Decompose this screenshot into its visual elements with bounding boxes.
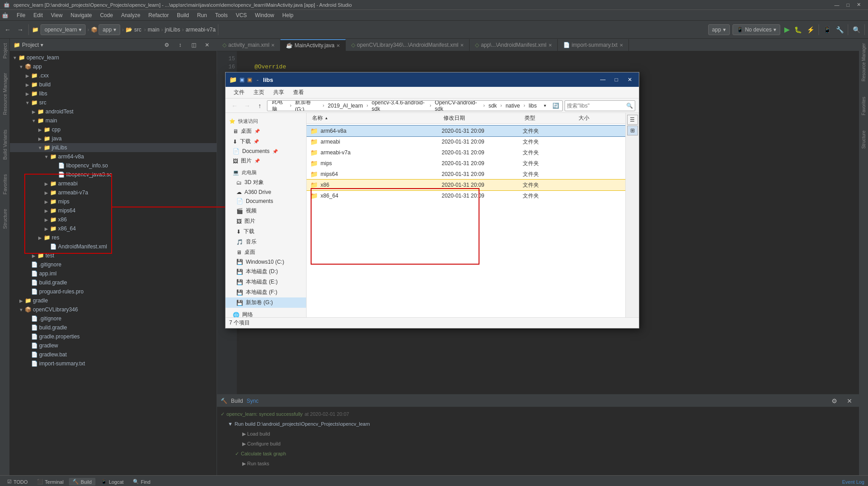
fe-sidebar-desktop2[interactable]: 🖥 桌面 <box>226 247 306 257</box>
structure-vert-tab[interactable]: Structure <box>1 206 9 232</box>
build-close-icon[interactable]: ✕ <box>844 395 855 407</box>
avd-button[interactable]: 📱 <box>821 24 833 36</box>
sync-label[interactable]: Sync <box>247 398 259 404</box>
fe-sidebar-desktop[interactable]: 🖥 桌面 📌 <box>226 126 306 136</box>
tree-libinfo[interactable]: 📄 libopencv_info.so <box>10 161 217 170</box>
menu-navigate[interactable]: Navigate <box>67 11 95 19</box>
fe-search-icon[interactable]: 🔍 <box>626 103 633 109</box>
tree-gradle-props[interactable]: 📄 gradle.properties <box>10 332 217 341</box>
close-panel-icon[interactable]: ✕ <box>201 39 213 51</box>
tree-armeabi[interactable]: ▶ 📁 armeabi <box>10 179 217 188</box>
sdk-button[interactable]: 🔧 <box>834 24 845 36</box>
path-sdk[interactable]: sdk <box>486 102 500 110</box>
tree-src[interactable]: ▼ 📁 src <box>10 98 217 107</box>
build-variants-vert-tab[interactable]: Build Variants <box>1 127 9 162</box>
fe-col-size[interactable]: 大小 <box>577 114 622 122</box>
tree-manifest[interactable]: 📄 AndroidManifest.xml <box>10 242 217 251</box>
build-settings-icon[interactable]: ⚙ <box>828 395 840 407</box>
tree-arm64[interactable]: ▼ 📁 arm64-v8a <box>10 152 217 161</box>
tree-mips64[interactable]: ▶ 📁 mips64 <box>10 206 217 215</box>
resource-vert-tab[interactable]: Resource Manager <box>1 70 9 118</box>
debug-button[interactable]: 🐛 <box>792 24 804 36</box>
fe-sidebar-localf[interactable]: 💾 本地磁盘 (F:) <box>226 287 306 297</box>
fe-file-row-mips[interactable]: 📁 mips 2020-01-31 20:09 文件夹 <box>307 158 625 169</box>
fe-menu-home[interactable]: 主页 <box>249 88 269 97</box>
fe-up-btn[interactable]: ↑ <box>254 101 265 111</box>
menu-run[interactable]: Run <box>194 11 211 19</box>
fe-col-name[interactable]: 名称 ▲ <box>310 114 442 122</box>
tree-gradlew-bat[interactable]: 📄 gradlew.bat <box>10 350 217 359</box>
path-g-drive[interactable]: 新加卷 (G:) <box>292 100 321 111</box>
close-btn[interactable]: ✕ <box>853 2 864 8</box>
path-native[interactable]: native <box>503 102 523 110</box>
project-dropdown[interactable]: opencv_learn ▾ <box>41 24 86 35</box>
tree-jnilibs[interactable]: ▼ 📁 jniLibs <box>10 143 217 152</box>
menu-build[interactable]: Build <box>173 11 193 19</box>
tree-build[interactable]: ▶ 📁 build <box>10 80 217 89</box>
fe-sidebar-thispc[interactable]: 💻 此电脑 <box>226 168 306 177</box>
path-ai-learn[interactable]: 2019_AI_learn <box>325 102 366 110</box>
todo-tab[interactable]: ☑ TODO <box>4 478 32 486</box>
fe-sidebar-3d[interactable]: 🗂 3D 对象 <box>226 177 306 188</box>
settings-icon[interactable]: ⚙ <box>161 39 172 51</box>
fe-maximize-btn[interactable]: □ <box>611 75 622 84</box>
fe-menu-file[interactable]: 文件 <box>229 88 249 97</box>
tree-import-summary[interactable]: 📄 import-summary.txt <box>10 359 217 368</box>
fe-sidebar-newg[interactable]: 💾 新加卷 (G:) <box>226 297 306 308</box>
tab-close-icon3[interactable]: ✕ <box>460 43 464 48</box>
find-tab[interactable]: 🔍 Find <box>129 478 154 486</box>
fe-sidebar-dl2[interactable]: ⬇ 下载 <box>226 226 306 237</box>
fe-sidebar-pics2[interactable]: 🖼 图片 <box>226 216 306 226</box>
fe-sidebar-winc[interactable]: 💾 Windows10 (C:) <box>226 257 306 266</box>
menu-analyze[interactable]: Analyze <box>118 11 144 19</box>
fe-sidebar-a360[interactable]: ☁ A360 Drive <box>226 188 306 197</box>
fe-sidebar-music[interactable]: 🎵 音乐 <box>226 237 306 247</box>
tree-build-gradle2[interactable]: 📄 build.gradle <box>10 323 217 332</box>
path-thispc[interactable]: 此电脑 <box>269 100 289 111</box>
maximize-btn[interactable]: □ <box>843 2 853 8</box>
tree-build-gradle[interactable]: 📄 build.gradle <box>10 278 217 287</box>
build-tab[interactable]: 🔨 Build <box>69 478 95 486</box>
fe-file-row-armeabi[interactable]: 📁 armeabi 2020-01-31 20:09 文件夹 <box>307 136 625 147</box>
fe-close-btn[interactable]: ✕ <box>624 75 635 84</box>
tree-opencv-lib[interactable]: ▼ 📦 openCVLibrary346 <box>10 305 217 314</box>
fe-sidebar-documents[interactable]: 📄 Documents 📌 <box>226 147 306 156</box>
event-log-link[interactable]: Event Log <box>842 479 864 485</box>
tab-activity-main[interactable]: ◇ activity_main.xml ✕ <box>217 39 280 51</box>
tab-mainactivity[interactable]: ☕ MainActivity.java ✕ <box>280 39 345 51</box>
fe-file-row-arm64[interactable]: 📁 arm64-v8a 2020-01-31 20:09 文件夹 <box>307 126 625 136</box>
profile-button[interactable]: ⚡ <box>805 24 816 36</box>
fe-sidebar-pictures[interactable]: 🖼 图片 📌 <box>226 156 306 166</box>
tab-opencv-manifest[interactable]: ◇ openCVLibrary346\...\AndroidManifest.x… <box>346 39 470 51</box>
tab-close-icon2[interactable]: ✕ <box>336 43 340 48</box>
fe-file-row-armeabi-v7a[interactable]: 📁 armeabi-v7a 2020-01-31 20:09 文件夹 <box>307 147 625 158</box>
sort-icon[interactable]: ↕ <box>174 39 186 51</box>
fe-file-row-x86-64[interactable]: 📁 x86_64 2020-01-31 20:09 文件夹 <box>307 190 625 201</box>
fe-file-row-mips64[interactable]: 📁 mips64 2020-01-31 20:09 文件夹 <box>307 169 625 180</box>
run-button[interactable]: ▶ <box>783 25 791 34</box>
device-dropdown[interactable]: 📱 No devices ▾ <box>732 24 780 35</box>
tree-gradlew[interactable]: 📄 gradlew <box>10 341 217 350</box>
module-dropdown[interactable]: app ▾ <box>99 24 120 35</box>
fe-sidebar-locale[interactable]: 💾 本地磁盘 (E:) <box>226 277 306 287</box>
menu-help[interactable]: Help <box>279 11 297 19</box>
tab-close-icon5[interactable]: ✕ <box>619 43 623 48</box>
fe-sidebar-docs2[interactable]: 📄 Documents <box>226 197 306 206</box>
tab-import-summary[interactable]: 📄 import-summary.txt ✕ <box>558 39 629 51</box>
fe-forward-btn[interactable]: → <box>242 101 253 111</box>
menu-view[interactable]: View <box>47 11 66 19</box>
tree-cxx[interactable]: ▶ 📁 .cxx <box>10 71 217 80</box>
favorites-tab[interactable]: Favorites <box>860 94 867 118</box>
menu-vcs[interactable]: VCS <box>232 11 251 19</box>
path-opencv-android[interactable]: OpenCV-android-sdk <box>432 100 483 111</box>
menu-file[interactable]: File <box>13 11 29 19</box>
config-dropdown[interactable]: app ▾ <box>708 24 730 35</box>
structure-tab[interactable]: Structure <box>860 128 867 152</box>
resource-manager-tab[interactable]: Resource Manager <box>860 40 867 84</box>
minimize-btn[interactable]: — <box>831 2 843 8</box>
fe-sidebar-download[interactable]: ⬇ 下载 📌 <box>226 136 306 147</box>
menu-edit[interactable]: Edit <box>30 11 46 19</box>
terminal-tab[interactable]: ⬛ Terminal <box>33 478 68 486</box>
tree-androidtest[interactable]: ▶ 📁 androidTest <box>10 107 217 116</box>
fe-search-input[interactable] <box>567 103 625 109</box>
